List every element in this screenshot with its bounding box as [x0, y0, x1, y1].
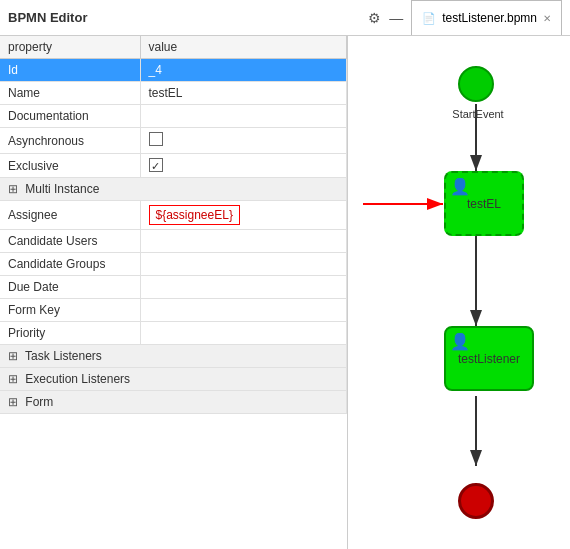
- diagram-panel: StartEvent 👤 testEL 👤 testListener: [348, 36, 570, 549]
- table-row[interactable]: Name testEL: [0, 82, 347, 105]
- table-row[interactable]: Exclusive ✓: [0, 154, 347, 178]
- table-row[interactable]: ⊞ Task Listeners: [0, 345, 347, 368]
- table-row[interactable]: ⊞ Form: [0, 391, 347, 414]
- table-row[interactable]: Documentation: [0, 105, 347, 128]
- prop-value: ${assigneeEL}: [140, 201, 347, 230]
- section-label: ⊞ Execution Listeners: [0, 368, 347, 391]
- prop-name: Assignee: [0, 201, 140, 230]
- expand-icon[interactable]: ⊞: [8, 372, 18, 386]
- prop-name: Candidate Users: [0, 230, 140, 253]
- app-title: BPMN Editor: [8, 10, 360, 25]
- table-row[interactable]: Id _4: [0, 59, 347, 82]
- table-row[interactable]: Priority: [0, 322, 347, 345]
- prop-name: Due Date: [0, 276, 140, 299]
- table-row[interactable]: Candidate Groups: [0, 253, 347, 276]
- table-row[interactable]: Form Key: [0, 299, 347, 322]
- task-label: testEL: [467, 197, 501, 211]
- prop-value: ✓: [140, 154, 347, 178]
- table-row[interactable]: Candidate Users: [0, 230, 347, 253]
- section-label: ⊞ Task Listeners: [0, 345, 347, 368]
- prop-value: [140, 322, 347, 345]
- tab-close-icon[interactable]: ✕: [543, 13, 551, 24]
- task-label2: testListener: [458, 352, 520, 366]
- prop-name: Asynchronous: [0, 128, 140, 154]
- title-bar: BPMN Editor ⚙ — 📄 testListener.bpmn ✕: [0, 0, 570, 36]
- task-user-icon: 👤: [450, 177, 470, 196]
- expand-icon[interactable]: ⊞: [8, 395, 18, 409]
- property-table: property value Id _4 Name testEL: [0, 36, 347, 414]
- minimize-icon[interactable]: —: [389, 10, 403, 26]
- section-label: ⊞ Multi Instance: [0, 178, 347, 201]
- prop-value: [140, 253, 347, 276]
- properties-panel: property value Id _4 Name testEL: [0, 36, 348, 549]
- bpmn-tab[interactable]: 📄 testListener.bpmn ✕: [411, 0, 562, 35]
- end-event[interactable]: [458, 483, 494, 519]
- main-content: property value Id _4 Name testEL: [0, 36, 570, 549]
- tab-label: testListener.bpmn: [442, 11, 537, 25]
- property-header: property: [0, 36, 140, 59]
- prop-name: Candidate Groups: [0, 253, 140, 276]
- expand-icon[interactable]: ⊞: [8, 349, 18, 363]
- task-testEL[interactable]: 👤 testEL: [444, 171, 524, 236]
- section-label: ⊞ Form: [0, 391, 347, 414]
- start-event-label: StartEvent: [438, 108, 518, 120]
- async-checkbox[interactable]: [149, 132, 163, 146]
- table-row[interactable]: ⊞ Multi Instance: [0, 178, 347, 201]
- prop-value: [140, 276, 347, 299]
- file-icon: 📄: [422, 12, 436, 25]
- prop-name: Exclusive: [0, 154, 140, 178]
- prop-value: testEL: [140, 82, 347, 105]
- table-row[interactable]: Assignee ${assigneeEL}: [0, 201, 347, 230]
- diagram-canvas: StartEvent 👤 testEL 👤 testListener: [348, 36, 570, 549]
- value-header: value: [140, 36, 347, 59]
- app-container: BPMN Editor ⚙ — 📄 testListener.bpmn ✕ pr…: [0, 0, 570, 549]
- prop-value: [140, 230, 347, 253]
- gear-icon[interactable]: ⚙: [368, 10, 381, 26]
- task-user-icon2: 👤: [450, 332, 470, 351]
- prop-value: _4: [140, 59, 347, 82]
- prop-name: Form Key: [0, 299, 140, 322]
- start-event[interactable]: [458, 66, 494, 102]
- table-row[interactable]: Due Date: [0, 276, 347, 299]
- expand-icon[interactable]: ⊞: [8, 182, 18, 196]
- prop-name: Priority: [0, 322, 140, 345]
- table-row[interactable]: ⊞ Execution Listeners: [0, 368, 347, 391]
- prop-value: [140, 299, 347, 322]
- prop-name: Id: [0, 59, 140, 82]
- prop-name: Documentation: [0, 105, 140, 128]
- prop-value: [140, 128, 347, 154]
- prop-name: Name: [0, 82, 140, 105]
- exclusive-checkbox[interactable]: ✓: [149, 158, 163, 172]
- task-testListener[interactable]: 👤 testListener: [444, 326, 534, 391]
- table-row[interactable]: Asynchronous: [0, 128, 347, 154]
- assignee-value[interactable]: ${assigneeEL}: [149, 205, 240, 225]
- title-bar-icons: ⚙ —: [368, 10, 403, 26]
- prop-value: [140, 105, 347, 128]
